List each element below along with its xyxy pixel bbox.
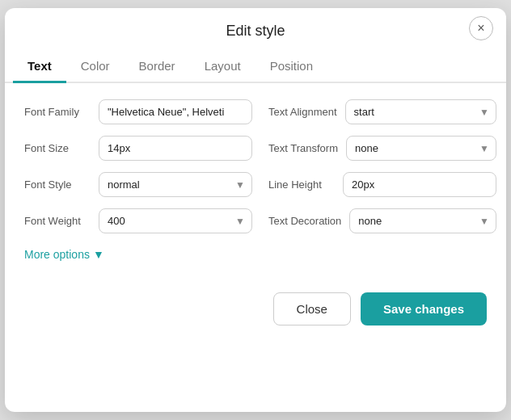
col-right: Text Alignment start center end justify …: [268, 99, 496, 233]
font-style-select-wrap: normal italic oblique ▼: [99, 172, 252, 197]
text-transform-label: Text Transform: [268, 142, 338, 154]
modal-header: Edit style ×: [5, 8, 506, 40]
modal-footer: Close Save changes: [5, 276, 506, 343]
form-body: Font Family Font Size Font Style normal …: [5, 83, 506, 270]
more-options-label: More options: [24, 248, 90, 261]
tab-bar: Text Color Border Layout Position: [5, 51, 506, 83]
edit-style-modal: Edit style × Text Color Border Layout Po…: [5, 8, 506, 412]
tab-color[interactable]: Color: [66, 51, 125, 83]
font-weight-label: Font Weight: [24, 215, 91, 227]
close-button[interactable]: Close: [273, 292, 351, 326]
text-alignment-select-wrap: start center end justify ▼: [345, 99, 496, 124]
font-style-select[interactable]: normal italic oblique: [99, 172, 252, 197]
tab-layout[interactable]: Layout: [190, 51, 256, 83]
font-style-row: Font Style normal italic oblique ▼: [24, 172, 252, 197]
text-alignment-select[interactable]: start center end justify: [345, 99, 496, 124]
font-size-label: Font Size: [24, 142, 91, 154]
tab-position[interactable]: Position: [256, 51, 327, 83]
text-alignment-row: Text Alignment start center end justify …: [268, 99, 496, 124]
line-height-row: Line Height: [268, 172, 496, 197]
font-family-label: Font Family: [24, 106, 91, 118]
close-icon-button[interactable]: ×: [469, 16, 493, 40]
line-height-label: Line Height: [268, 178, 335, 191]
text-decoration-row: Text Decoration none underline overline …: [268, 208, 496, 233]
more-options-button[interactable]: More options ▼: [24, 248, 104, 261]
font-weight-select-wrap: 100200300 400500600 700800900 ▼: [99, 208, 252, 233]
text-decoration-label: Text Decoration: [268, 215, 341, 227]
text-transform-select[interactable]: none uppercase lowercase capitalize: [346, 136, 496, 161]
font-style-label: Font Style: [24, 178, 91, 191]
text-decoration-select[interactable]: none underline overline line-through: [349, 208, 496, 233]
line-height-input[interactable]: [343, 172, 496, 197]
text-transform-select-wrap: none uppercase lowercase capitalize ▼: [346, 136, 496, 161]
font-family-input[interactable]: [99, 99, 252, 124]
tab-border[interactable]: Border: [125, 51, 190, 83]
font-size-row: Font Size: [24, 136, 252, 161]
more-options-chevron-icon: ▼: [93, 248, 104, 261]
text-transform-row: Text Transform none uppercase lowercase …: [268, 136, 496, 161]
font-weight-row: Font Weight 100200300 400500600 70080090…: [24, 208, 252, 233]
save-changes-button[interactable]: Save changes: [361, 292, 487, 326]
font-size-input[interactable]: [99, 136, 252, 161]
font-weight-select[interactable]: 100200300 400500600 700800900: [99, 208, 252, 233]
tab-text[interactable]: Text: [13, 51, 66, 83]
col-left: Font Family Font Size Font Style normal …: [24, 99, 252, 233]
modal-title: Edit style: [226, 23, 285, 40]
text-decoration-select-wrap: none underline overline line-through ▼: [349, 208, 496, 233]
text-alignment-label: Text Alignment: [268, 106, 337, 118]
font-family-row: Font Family: [24, 99, 252, 124]
form-grid: Font Family Font Size Font Style normal …: [24, 99, 487, 233]
